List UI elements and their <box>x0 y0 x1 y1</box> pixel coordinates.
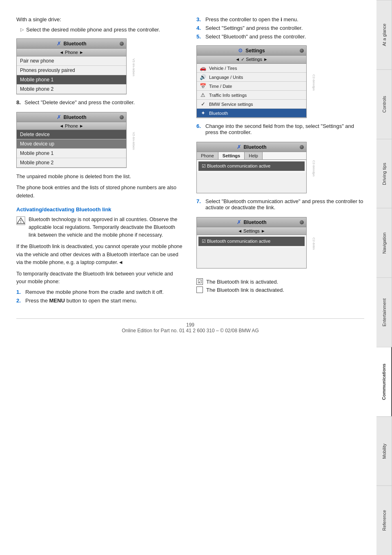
step-6-text: Change into the second field from the to… <box>205 123 364 135</box>
screen2-item-0: Delete device <box>17 130 126 139</box>
screen3: ⚙ Settings ◄ ✓ Settings ► 🚗 Vehicle / Ti… <box>196 45 307 118</box>
bluetooth-settings-icon: ✦ <box>199 110 207 116</box>
step-3: 3. Press the controller to open the i me… <box>196 16 364 22</box>
bluetooth-icon-2: ✗ <box>57 114 61 120</box>
screen5-container: ✗ Bluetooth ◄ Settings ► ☑ Bluetooth com… <box>196 214 307 273</box>
settings-row-4: ✓ BMW Service settings <box>197 100 306 109</box>
settings-row-5: ✦ Bluetooth <box>197 109 306 118</box>
footer-text: Online Edition for Part no. 01 41 2 600 … <box>122 328 259 333</box>
para1: If the Bluetooth link is deactivated, yo… <box>16 243 184 266</box>
screen3-container: ⚙ Settings ◄ ✓ Settings ► 🚗 Vehicle / Ti… <box>196 42 307 123</box>
screen4-header: ✗ Bluetooth <box>197 142 306 152</box>
screen3-dot <box>300 49 304 53</box>
sidebar-tab-navigation[interactable]: Navigation <box>376 208 392 278</box>
screen5-header: ✗ Bluetooth <box>197 217 306 227</box>
settings-row-2: 📅 Time / Date <box>197 82 306 91</box>
sidebar-tab-reference[interactable]: Reference <box>376 486 392 555</box>
section-heading: Activating/deactivating Bluetooth link <box>16 206 184 213</box>
note-triangle-icon <box>16 216 25 225</box>
arrow-item: ▷ Select the desired mobile phone and pr… <box>20 27 184 33</box>
legend-label-0: The Bluetooth link is activated. <box>206 279 278 285</box>
step-2: 2. Press the MENU button to open the sta… <box>16 298 184 304</box>
tab-help: Help <box>245 152 263 159</box>
step-4-text: Select "Settings" and press the controll… <box>205 25 303 31</box>
page-number: 199 <box>186 322 194 328</box>
sidebar-tab-controls[interactable]: Controls <box>376 69 392 139</box>
screen2-item-2: Mobile phone 1 <box>17 149 126 158</box>
svg-point-3 <box>20 222 21 223</box>
sidebar-tabs: At a glance Controls Driving tips Naviga… <box>376 0 392 555</box>
screen4-active-item: ☑ Bluetooth communication active <box>198 161 305 171</box>
screen1-sub: ◄ Phone ► <box>17 49 126 56</box>
note-block-text: Bluetooth technology is not approved in … <box>29 216 184 239</box>
sidebar-tab-entertainment[interactable]: Entertainment <box>376 278 392 347</box>
para2: To temporarily deactivate the Bluetooth … <box>16 270 184 286</box>
settings-label-1: Language / Units <box>209 75 243 80</box>
step-5: 5. Select "Bluetooth" and press the cont… <box>196 34 364 40</box>
legend: ☑ The Bluetooth link is activated. The B… <box>196 278 364 293</box>
step-1-num: 1. <box>16 289 23 295</box>
note-block: Bluetooth technology is not approved in … <box>16 216 184 239</box>
language-icon: 🔊 <box>199 74 207 80</box>
settings-label-3: Traffic Info settings <box>209 93 247 98</box>
intro-text: With a single drive: <box>16 16 184 22</box>
step-1: 1. Remove the mobile phone from the crad… <box>16 289 184 295</box>
screen5-active-item: ☑ Bluetooth communication active <box>198 237 305 246</box>
two-column-layout: With a single drive: ▷ Select the desire… <box>16 16 364 306</box>
tab-settings: Settings <box>218 152 245 159</box>
screen5-dot <box>300 220 304 224</box>
screen5: ✗ Bluetooth ◄ Settings ► ☑ Bluetooth com… <box>196 217 307 269</box>
step-8-num: 8. <box>16 99 22 105</box>
sidebar-tab-driving-tips[interactable]: Driving tips <box>376 139 392 208</box>
sidebar-tab-at-a-glance[interactable]: At a glance <box>376 0 392 69</box>
arrow-text: Select the desired mobile phone and pres… <box>26 27 160 33</box>
screen2-sub: ◄ Phone ► <box>17 122 126 130</box>
step-7-num: 7. <box>196 198 203 210</box>
settings-label-5: Bluetooth <box>209 111 228 116</box>
step-6-block: 6. Change into the second field from the… <box>196 123 364 135</box>
screen1: ✗ Bluetooth ◄ Phone ► Pair new phone Pho… <box>16 38 127 94</box>
screen4-watermark: C2-bmrdpn <box>307 139 320 198</box>
page-footer: 199 Online Edition for Part no. 01 41 2 … <box>16 318 364 333</box>
main-content: With a single drive: ▷ Select the desire… <box>0 0 376 555</box>
step-3-num: 3. <box>196 16 203 22</box>
screen3-header: ⚙ Settings <box>197 46 306 56</box>
settings-label-2: Time / Date <box>209 84 232 89</box>
screen4-dot <box>300 145 304 149</box>
screen2-title: Bluetooth <box>64 114 87 120</box>
screen2-container: ✗ Bluetooth ◄ Phone ► Delete device Move… <box>16 109 127 173</box>
legend-item-1: The Bluetooth link is deactivated. <box>196 286 364 293</box>
arrow-icon: ▷ <box>20 27 24 33</box>
legend-label-1: The Bluetooth link is deactivated. <box>206 287 284 293</box>
screen5-sub: ◄ Settings ► <box>197 227 306 235</box>
step-7-block: 7. Select "Bluetooth communication activ… <box>196 198 364 210</box>
screen1-item-2: Mobile phone 1 <box>17 75 126 85</box>
step-6-num: 6. <box>196 123 203 135</box>
bluetooth-icon-4: ✗ <box>237 144 241 150</box>
right-ordered-steps: 3. Press the controller to open the i me… <box>196 16 364 40</box>
screen1-item-0: Pair new phone <box>17 56 126 66</box>
right-column: 3. Press the controller to open the i me… <box>196 16 364 306</box>
screen1-item-1: Phones previously paired <box>17 66 126 75</box>
bmw-service-icon: ✓ <box>199 101 207 107</box>
time-icon: 📅 <box>199 83 207 89</box>
screen1-header: ✗ Bluetooth <box>17 39 126 49</box>
screen4-container: ✗ Bluetooth Phone Settings Help ☑ Blueto… <box>196 139 307 198</box>
screen3-sub: ◄ ✓ Settings ► <box>197 56 306 64</box>
step-7-text: Select "Bluetooth communication active" … <box>205 198 364 210</box>
step-4-num: 4. <box>196 25 203 31</box>
legend-check-icon: ☑ <box>196 278 203 285</box>
legend-box-icon <box>196 286 203 293</box>
legend-item-0: ☑ The Bluetooth link is activated. <box>196 278 364 285</box>
ordered-steps: 1. Remove the mobile phone from the crad… <box>16 289 184 304</box>
step-3-text: Press the controller to open the i menu. <box>205 16 298 22</box>
sidebar-tab-communications[interactable]: Communications <box>376 347 392 416</box>
screen2: ✗ Bluetooth ◄ Phone ► Delete device Move… <box>16 112 127 168</box>
screen2-item-3: Mobile phone 2 <box>17 158 126 168</box>
screen1-watermark: V2-tm-leben <box>127 35 140 99</box>
screen1-title: Bluetooth <box>64 41 87 47</box>
sidebar-tab-mobility[interactable]: Mobility <box>376 416 392 486</box>
step-2-text: Press the MENU button to open the start … <box>25 298 137 304</box>
screen2-item-1: Move device up <box>17 139 126 149</box>
screen3-title: Settings <box>245 48 265 54</box>
